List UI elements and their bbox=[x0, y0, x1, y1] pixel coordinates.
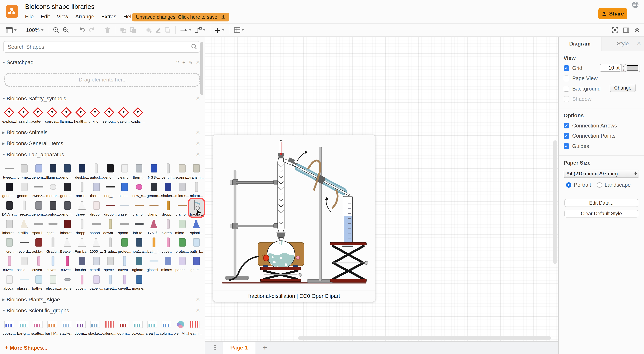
section-scientific-graphs[interactable]: ▼ Bioicons-Scientific_graphs ✕ bbox=[0, 305, 204, 316]
section-lab-apparatus[interactable]: ▼ Bioicons-Lab_apparatus ✕ bbox=[0, 149, 204, 160]
shape-item[interactable]: ring_t... bbox=[103, 181, 118, 198]
language-globe-icon[interactable] bbox=[632, 1, 639, 8]
connection-button[interactable] bbox=[178, 25, 193, 35]
shape-item[interactable]: Illumin... bbox=[46, 162, 60, 180]
guides-checkbox[interactable]: ✓ bbox=[564, 143, 570, 149]
shape-item[interactable]: genom... bbox=[60, 199, 75, 217]
shape-item[interactable]: agitato... bbox=[132, 254, 147, 272]
close-icon[interactable]: ✕ bbox=[196, 60, 200, 65]
shape-item[interactable]: pie | M... bbox=[174, 318, 188, 336]
shape-item[interactable]: nmr-s... bbox=[75, 181, 90, 198]
shape-item[interactable]: dropp... bbox=[90, 199, 103, 217]
shape-item[interactable]: dropp... bbox=[161, 199, 175, 217]
landscape-option[interactable]: Landscape bbox=[597, 182, 631, 188]
shape-item[interactable]: hba1ca... bbox=[132, 236, 147, 254]
shape-item[interactable]: dropp... bbox=[75, 217, 90, 235]
shape-item[interactable]: dropp... bbox=[103, 199, 118, 217]
shape-item[interactable]: bar | M... bbox=[45, 318, 60, 336]
line-color-button[interactable] bbox=[154, 25, 163, 35]
shape-item[interactable]: pipett... bbox=[118, 181, 132, 198]
shape-item[interactable]: dewar-... bbox=[103, 217, 118, 235]
shape-item[interactable]: microfl... bbox=[2, 236, 17, 254]
shape-item[interactable]: mortar... bbox=[46, 181, 60, 198]
shape-item[interactable]: health... bbox=[74, 106, 88, 124]
close-icon[interactable]: ✕ bbox=[196, 152, 200, 157]
shape-item[interactable]: glasssl... bbox=[17, 273, 32, 291]
shape-item[interactable]: genom... bbox=[60, 162, 75, 180]
edit-icon[interactable]: ✎ bbox=[188, 60, 193, 65]
shape-item[interactable]: protec... bbox=[118, 236, 132, 254]
vertical-scrollbar[interactable] bbox=[553, 140, 557, 264]
shape-item[interactable]: genom... bbox=[103, 162, 118, 180]
clear-default-style-button[interactable]: Clear Default Style bbox=[564, 210, 638, 218]
shape-item[interactable]: cuvett... bbox=[60, 254, 75, 272]
shape-item[interactable]: clamp... bbox=[147, 199, 161, 217]
shape-item[interactable]: protec... bbox=[175, 236, 189, 254]
shape-item[interactable]: autocl... bbox=[90, 162, 103, 180]
menu-arrange[interactable]: Arrange bbox=[75, 14, 94, 20]
shape-item[interactable]: cuvett... bbox=[46, 254, 60, 272]
close-icon[interactable]: ✕ bbox=[637, 40, 641, 47]
shape-item[interactable]: bath_f... bbox=[189, 236, 204, 254]
shape-item[interactable]: cuvett... bbox=[118, 254, 132, 272]
shape-item[interactable]: acute-... bbox=[31, 106, 45, 124]
section-plants-algae[interactable]: ▶ Bioicons-Plants_Algae ✕ bbox=[0, 294, 204, 305]
unsaved-changes-button[interactable]: Unsaved changes. Click here to save. bbox=[132, 13, 230, 22]
zoom-out-button[interactable] bbox=[61, 25, 71, 35]
grid-color-swatch[interactable] bbox=[625, 64, 640, 72]
connection-points-checkbox[interactable]: ✓ bbox=[564, 133, 570, 139]
shape-item[interactable]: bar-gr... bbox=[16, 318, 30, 336]
diagram-canvas[interactable]: fractional-distillation | CC0 OpenClipar… bbox=[204, 37, 559, 354]
shape-item[interactable]: deskto... bbox=[75, 162, 90, 180]
shape-item[interactable]: fractio... bbox=[189, 199, 204, 217]
shape-item[interactable]: transm... bbox=[189, 162, 204, 180]
shape-item[interactable]: freeze... bbox=[17, 199, 32, 217]
shape-item[interactable]: cuvett... bbox=[161, 236, 175, 254]
shape-item[interactable]: micro_... bbox=[175, 217, 189, 235]
redo-button[interactable] bbox=[87, 25, 97, 35]
shape-item[interactable]: shaker... bbox=[161, 181, 175, 198]
shape-item[interactable]: oxidizi... bbox=[131, 106, 145, 124]
add-icon[interactable]: + bbox=[182, 60, 185, 65]
shape-item[interactable]: lab-to... bbox=[132, 217, 147, 235]
shape-item[interactable]: unkno... bbox=[88, 106, 102, 124]
close-icon[interactable]: ✕ bbox=[196, 130, 200, 135]
close-icon[interactable]: ✕ bbox=[196, 297, 200, 302]
shape-item[interactable]: microt... bbox=[189, 181, 204, 198]
close-icon[interactable]: ✕ bbox=[196, 308, 200, 313]
connection-arrows-checkbox[interactable]: ✓ bbox=[564, 123, 570, 129]
shape-item[interactable]: therm... bbox=[132, 162, 147, 180]
shape-item[interactable]: paper-... bbox=[90, 273, 103, 291]
shape-item[interactable]: cuvett... bbox=[118, 273, 132, 291]
grid-checkbox[interactable]: ✓ bbox=[564, 65, 570, 71]
shape-item[interactable]: genom... bbox=[32, 162, 46, 180]
close-icon[interactable]: ✕ bbox=[196, 96, 200, 101]
shape-item[interactable]: clamp... bbox=[175, 199, 189, 217]
add-page-button[interactable]: + bbox=[263, 344, 267, 351]
shape-item[interactable]: stacke... bbox=[88, 318, 102, 336]
menu-file[interactable]: File bbox=[25, 14, 34, 20]
section-scratchpad[interactable]: ▼ Scratchpad ? + ✎ ✕ bbox=[0, 57, 204, 68]
shape-item[interactable]: glass-r... bbox=[118, 199, 132, 217]
shape-item[interactable]: bath-e... bbox=[32, 273, 46, 291]
shape-item[interactable]: scatte... bbox=[30, 318, 45, 336]
shape-item[interactable]: Gradu... bbox=[46, 236, 60, 254]
shape-item[interactable]: dot-m... bbox=[116, 318, 131, 336]
more-shapes-bar[interactable]: + More Shapes... bbox=[0, 341, 204, 354]
section-safety-symbols[interactable]: ▼ Bioicons-Safety_symbols ✕ bbox=[0, 93, 204, 104]
share-button[interactable]: Share bbox=[598, 8, 627, 19]
insert-button[interactable] bbox=[213, 25, 226, 35]
shape-item[interactable]: spectr... bbox=[103, 254, 118, 272]
shape-item[interactable]: explos... bbox=[2, 106, 16, 124]
shape-item[interactable]: genom... bbox=[32, 199, 46, 217]
shadow-button[interactable] bbox=[163, 25, 172, 35]
search-icon[interactable] bbox=[191, 44, 197, 50]
menu-edit[interactable]: Edit bbox=[40, 14, 50, 20]
shape-item[interactable]: three-... bbox=[75, 199, 90, 217]
fill-color-button[interactable] bbox=[144, 25, 154, 35]
portrait-radio[interactable] bbox=[566, 182, 571, 188]
shape-item[interactable]: bath_f... bbox=[147, 236, 161, 254]
shape-item[interactable]: stacke... bbox=[60, 318, 74, 336]
zoom-in-button[interactable] bbox=[51, 25, 61, 35]
shape-item[interactable]: calend... bbox=[102, 318, 116, 336]
